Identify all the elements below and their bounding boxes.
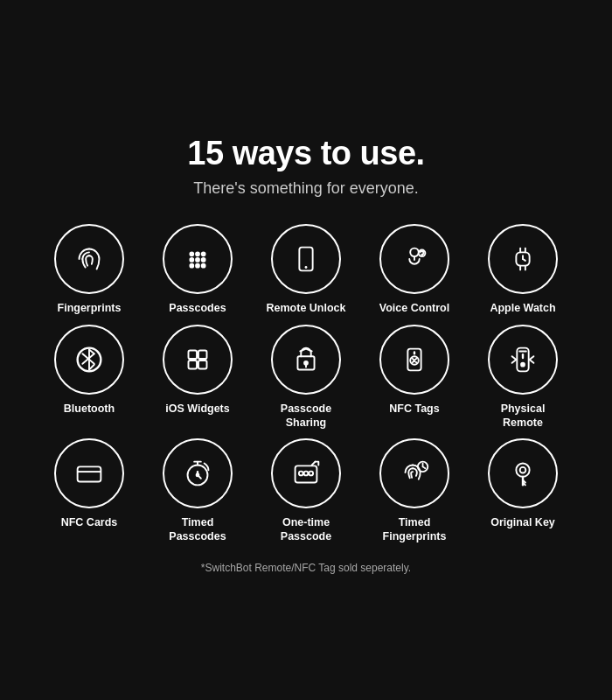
svg-point-0 <box>190 253 193 256</box>
physical-remote-icon <box>488 325 558 395</box>
timed-passcodes-label: Timed Passcodes <box>169 515 226 544</box>
feature-item-nfc-cards: NFC Cards <box>35 438 143 544</box>
apple-watch-icon <box>488 224 558 294</box>
feature-item-one-time-passcode: One-time Passcode <box>252 438 360 544</box>
remote-unlock-label: Remote Unlock <box>267 301 346 315</box>
svg-point-6 <box>190 264 193 268</box>
svg-rect-26 <box>189 350 198 359</box>
timed-passcodes-icon <box>163 438 233 508</box>
feature-item-voice-control: Voice Control <box>360 224 469 315</box>
passcodes-icon <box>163 224 233 294</box>
fingerprints-label: Fingerprints <box>58 301 122 315</box>
passcodes-label: Passcodes <box>169 301 226 315</box>
feature-item-ios-widgets: iOS Widgets <box>143 325 252 430</box>
features-grid: Fingerprints Passcodes Remote Unlock Voi… <box>35 224 577 543</box>
bluetooth-icon <box>54 325 124 395</box>
one-time-passcode-icon <box>271 438 341 508</box>
footnote: *SwitchBot Remote/NFC Tag sold seperatel… <box>35 562 577 574</box>
nfc-tags-icon <box>379 325 449 395</box>
svg-rect-28 <box>189 360 198 369</box>
apple-watch-label: Apple Watch <box>490 301 555 315</box>
fingerprints-icon <box>54 224 124 294</box>
feature-item-bluetooth: Bluetooth <box>35 325 143 430</box>
nfc-cards-label: NFC Cards <box>61 515 118 529</box>
feature-item-passcodes: Passcodes <box>143 224 252 315</box>
svg-line-52 <box>423 466 426 468</box>
timed-fingerprints-icon <box>379 438 449 508</box>
ios-widgets-label: iOS Widgets <box>165 402 230 416</box>
voice-control-label: Voice Control <box>379 301 449 315</box>
nfc-tags-label: NFC Tags <box>389 402 439 416</box>
svg-point-7 <box>196 264 199 268</box>
main-title: 15 ways to use. <box>35 135 577 172</box>
svg-rect-27 <box>198 350 207 359</box>
nfc-cards-icon <box>54 438 124 508</box>
ios-widgets-icon <box>163 325 233 395</box>
svg-point-8 <box>202 264 205 268</box>
original-key-icon <box>488 438 558 508</box>
timed-fingerprints-label: Timed Fingerprints <box>383 515 447 544</box>
card: 15 ways to use. There's something for ev… <box>17 108 595 591</box>
bluetooth-label: Bluetooth <box>64 402 115 416</box>
svg-point-45 <box>197 474 199 477</box>
physical-remote-label: Physical Remote <box>501 402 546 430</box>
svg-point-48 <box>304 472 309 476</box>
svg-point-3 <box>190 258 193 262</box>
svg-point-1 <box>196 253 199 256</box>
svg-point-54 <box>520 467 526 473</box>
svg-point-53 <box>516 464 529 477</box>
feature-item-timed-fingerprints: Timed Fingerprints <box>360 438 469 544</box>
voice-control-icon <box>379 224 449 294</box>
feature-item-timed-passcodes: Timed Passcodes <box>143 438 252 544</box>
svg-point-4 <box>196 258 199 262</box>
feature-item-passcode-sharing: Passcode Sharing <box>252 325 360 430</box>
feature-item-remote-unlock: Remote Unlock <box>252 224 360 315</box>
original-key-label: Original Key <box>490 515 555 529</box>
feature-item-fingerprints: Fingerprints <box>35 224 143 315</box>
svg-point-11 <box>410 248 419 257</box>
svg-line-19 <box>523 259 525 261</box>
svg-point-47 <box>299 472 303 476</box>
feature-item-apple-watch: Apple Watch <box>469 224 577 315</box>
svg-point-5 <box>202 258 205 262</box>
feature-item-original-key: Original Key <box>469 438 577 544</box>
feature-item-nfc-tags: NFC Tags <box>360 325 469 430</box>
svg-rect-40 <box>78 466 101 481</box>
svg-point-2 <box>202 253 205 256</box>
remote-unlock-icon <box>271 224 341 294</box>
svg-point-38 <box>521 362 525 366</box>
passcode-sharing-label: Passcode Sharing <box>281 402 331 430</box>
passcode-sharing-icon <box>271 325 341 395</box>
feature-item-physical-remote: Physical Remote <box>469 325 577 430</box>
svg-rect-29 <box>198 360 207 369</box>
svg-point-49 <box>309 472 313 476</box>
one-time-passcode-label: One-time Passcode <box>281 515 331 544</box>
subtitle: There's something for everyone. <box>35 179 577 198</box>
